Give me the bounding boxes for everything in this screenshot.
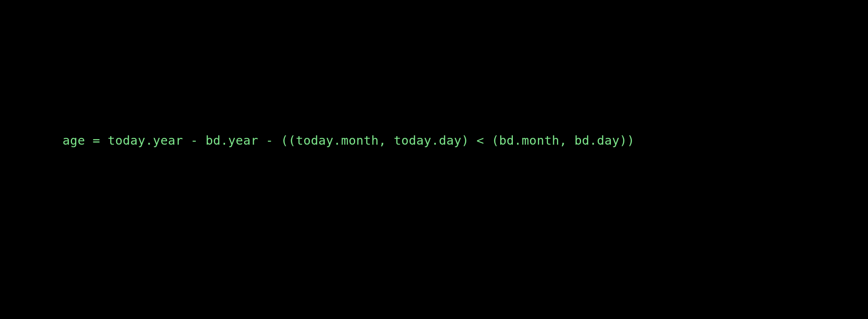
code-block: age = today.year - bd.year - ((today.mon…	[47, 115, 634, 149]
code-line: age = today.year - bd.year - ((today.mon…	[63, 133, 635, 148]
